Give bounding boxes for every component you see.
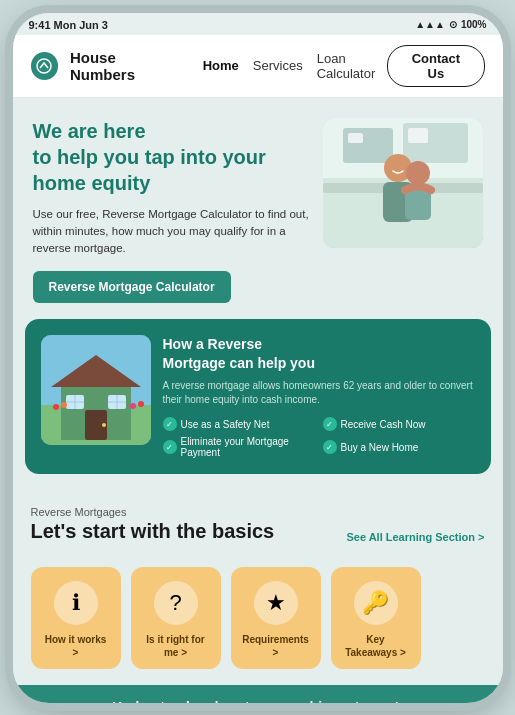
teal-card-description: A reverse mortgage allows homeowners 62 … <box>163 379 475 407</box>
signal-icon: ▲▲▲ <box>415 19 445 30</box>
svg-rect-6 <box>408 128 428 143</box>
nav-links: Home Services Loan Calculator <box>203 51 376 81</box>
teal-card-title: How a Reverse Mortgage can help you <box>163 335 475 373</box>
hero-image <box>323 118 483 248</box>
feature-label: Buy a New Home <box>341 442 419 453</box>
hero-description: Use our free, Reverse Mortgage Calculato… <box>33 206 311 258</box>
check-icon: ✓ <box>323 417 337 431</box>
navbar: House Numbers Home Services Loan Calcula… <box>13 35 503 98</box>
basics-titles: Reverse Mortgages Let's start with the b… <box>31 506 275 543</box>
basics-section: Reverse Mortgages Let's start with the b… <box>13 490 503 567</box>
key-icon: 🔑 <box>354 581 398 625</box>
feature-new-home: ✓ Buy a New Home <box>323 436 475 458</box>
basics-header: Reverse Mortgages Let's start with the b… <box>31 506 485 543</box>
learn-cards-row: ℹ How it works > ? Is it right for me > … <box>13 567 503 685</box>
hero-text: We are here to help you tap into your ho… <box>33 118 311 304</box>
learn-card-label: How it works > <box>41 633 111 659</box>
feature-eliminate-mortgage: ✓ Eliminate your Mortgage Payment <box>163 436 315 458</box>
feature-label: Receive Cash Now <box>341 419 426 430</box>
feature-cash-now: ✓ Receive Cash Now <box>323 417 475 431</box>
logo-mark <box>31 52 58 80</box>
nav-loan-calculator[interactable]: Loan Calculator <box>317 51 376 81</box>
brand-name: House Numbers <box>70 49 183 83</box>
feature-label: Eliminate your Mortgage Payment <box>181 436 315 458</box>
nav-home[interactable]: Home <box>203 58 239 73</box>
info-icon: ℹ <box>54 581 98 625</box>
check-icon: ✓ <box>163 417 177 431</box>
basics-subtitle: Reverse Mortgages <box>31 506 275 518</box>
hero-section: We are here to help you tap into your ho… <box>13 98 503 320</box>
star-icon: ★ <box>254 581 298 625</box>
svg-point-25 <box>53 404 59 410</box>
feature-label: Use as a Safety Net <box>181 419 270 430</box>
check-icon: ✓ <box>323 440 337 454</box>
card-features-list: ✓ Use as a Safety Net ✓ Receive Cash Now… <box>163 417 475 458</box>
svg-point-18 <box>102 423 106 427</box>
see-all-link[interactable]: See All Learning Section > <box>346 531 484 543</box>
learn-card-label: Is it right for me > <box>141 633 211 659</box>
learn-card-key-takeaways[interactable]: 🔑 Key Takeaways > <box>331 567 421 669</box>
svg-point-26 <box>61 402 67 408</box>
teal-info-card: How a Reverse Mortgage can help you A re… <box>25 319 491 474</box>
contact-button[interactable]: Contact Us <box>387 45 484 87</box>
house-image <box>41 335 151 445</box>
tablet-frame: 9:41 Mon Jun 3 ▲▲▲ ⊙ 100% House Numbers … <box>13 13 503 703</box>
learn-card-label: Requirements > <box>241 633 311 659</box>
status-time: 9:41 Mon Jun 3 <box>29 19 108 31</box>
learn-card-how-it-works[interactable]: ℹ How it works > <box>31 567 121 669</box>
svg-point-0 <box>37 59 51 73</box>
status-indicators: ▲▲▲ ⊙ 100% <box>415 19 486 30</box>
basics-title: Let's start with the basics <box>31 520 275 543</box>
reverse-mortgage-calculator-button[interactable]: Reverse Mortgage Calculator <box>33 271 231 303</box>
hero-title: We are here to help you tap into your ho… <box>33 118 311 196</box>
wifi-icon: ⊙ <box>449 19 457 30</box>
svg-rect-5 <box>348 133 363 143</box>
status-bar: 9:41 Mon Jun 3 ▲▲▲ ⊙ 100% <box>13 13 503 35</box>
check-icon: ✓ <box>163 440 177 454</box>
bottom-banner-text: Understand and nurture your biggest asse… <box>33 699 483 702</box>
learn-card-requirements[interactable]: ★ Requirements > <box>231 567 321 669</box>
question-icon: ? <box>154 581 198 625</box>
main-content: We are here to help you tap into your ho… <box>13 98 503 703</box>
bottom-banner: Understand and nurture your biggest asse… <box>13 685 503 702</box>
teal-card-content: How a Reverse Mortgage can help you A re… <box>163 335 475 458</box>
battery-icon: 100% <box>461 19 487 30</box>
nav-services[interactable]: Services <box>253 58 303 73</box>
svg-point-28 <box>138 401 144 407</box>
svg-point-27 <box>130 403 136 409</box>
learn-card-label: Key Takeaways > <box>341 633 411 659</box>
feature-safety-net: ✓ Use as a Safety Net <box>163 417 315 431</box>
learn-card-right-for-me[interactable]: ? Is it right for me > <box>131 567 221 669</box>
svg-point-10 <box>406 161 430 185</box>
